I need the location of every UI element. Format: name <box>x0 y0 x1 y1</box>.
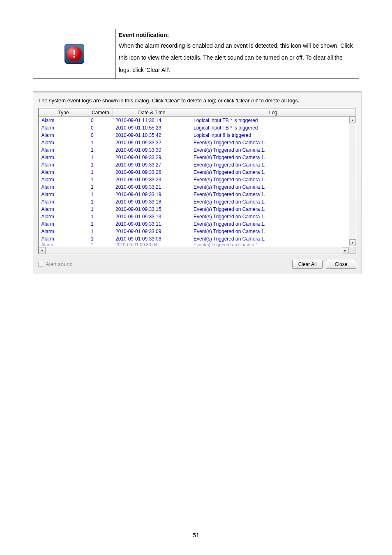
cell-datetime: 2010-09-01 09:33:06 <box>113 235 191 243</box>
checkbox-icon[interactable] <box>38 262 43 267</box>
column-header-datetime[interactable]: Date & Time <box>113 109 191 117</box>
cell-type: Alarm <box>39 117 88 124</box>
close-button[interactable]: Close <box>326 260 356 269</box>
cell-datetime: 2010-09-01 09:33:09 <box>113 228 191 235</box>
cell-type: Alarm <box>39 176 88 183</box>
cell-type: Alarm <box>39 146 88 154</box>
column-header-log[interactable]: Log <box>191 109 356 117</box>
table-row[interactable]: Alarm02010-09-01 10:35:42Logical input 8… <box>39 132 356 139</box>
cell-type: Alarm <box>39 228 88 235</box>
cell-type: Alarm <box>39 235 88 243</box>
cell-log: Event(s) Triggered on Camera 1. <box>191 213 356 220</box>
cell-log: Event(s) Triggered on Camera 1. <box>191 154 356 161</box>
cell-log: Event(s) Triggered on Camera 1. <box>191 183 356 191</box>
cell-type: Alarm <box>39 206 88 213</box>
cell-log: Logical input 8 is triggered <box>191 132 356 139</box>
cell-log: Event(s) Triggered on Camera 1. <box>191 161 356 169</box>
table-row[interactable]: Alarm12010-09-01 09:33:15Event(s) Trigge… <box>39 206 356 213</box>
column-header-type[interactable]: Type <box>39 109 88 117</box>
cell-datetime: 2010-09-01 10:55:23 <box>113 124 191 132</box>
table-row[interactable]: Alarm12010-09-01 09:33:32Event(s) Trigge… <box>39 139 356 146</box>
cell-log: Logical input TB * is triggered <box>191 124 356 132</box>
cell-camera: 1 <box>88 169 113 176</box>
horizontal-scrollbar[interactable]: ◄ ► <box>39 247 349 254</box>
cell-camera: 1 <box>88 235 113 243</box>
cell-type: Alarm <box>39 124 88 132</box>
cell-cutoff: 2010-09-01 09:33:04 <box>113 243 191 247</box>
event-log-dialog: The system event logs are shown in this … <box>33 91 362 274</box>
cell-datetime: 2010-09-01 09:33:32 <box>113 139 191 146</box>
scroll-left-icon[interactable]: ◄ <box>39 247 46 254</box>
scroll-up-icon[interactable]: ▲ <box>349 116 356 123</box>
cell-datetime: 2010-09-01 09:33:15 <box>113 206 191 213</box>
cell-datetime: 2010-09-01 09:33:21 <box>113 183 191 191</box>
table-row[interactable]: Alarm12010-09-01 09:33:26Event(s) Trigge… <box>39 169 356 176</box>
cell-log: Event(s) Triggered on Camera 1. <box>191 198 356 206</box>
table-row[interactable]: Alarm02010-09-01 10:55:23Logical input T… <box>39 124 356 132</box>
cell-log: Logical input TB * is triggered <box>191 117 356 124</box>
log-table-container: Type Camera Date & Time Log Alarm02010-0… <box>38 108 356 254</box>
cell-log: Event(s) Triggered on Camera 1. <box>191 220 356 228</box>
table-row[interactable]: Alarm12010-09-01 09:33:21Event(s) Trigge… <box>39 183 356 191</box>
cell-type: Alarm <box>39 161 88 169</box>
cell-cutoff: Alarm <box>39 243 88 247</box>
cell-type: Alarm <box>39 183 88 191</box>
cell-camera: 1 <box>88 146 113 154</box>
description-heading: Event notification: <box>119 32 355 38</box>
table-row[interactable]: Alarm12010-09-01 09:33:13Event(s) Trigge… <box>39 213 356 220</box>
cell-datetime: 2010-09-01 09:33:27 <box>113 161 191 169</box>
cell-type: Alarm <box>39 139 88 146</box>
cell-camera: 1 <box>88 191 113 198</box>
cell-datetime: 2010-09-01 09:33:30 <box>113 146 191 154</box>
cell-datetime: 2010-09-01 09:33:19 <box>113 191 191 198</box>
table-row[interactable]: Alarm02010-09-01 11:36:14Logical input T… <box>39 117 356 124</box>
cell-camera: 1 <box>88 161 113 169</box>
table-row[interactable]: Alarm12010-09-01 09:33:06Event(s) Trigge… <box>39 235 356 243</box>
cell-log: Event(s) Triggered on Camera 1. <box>191 176 356 183</box>
cell-camera: 1 <box>88 176 113 183</box>
cell-datetime: 2010-09-01 09:33:26 <box>113 169 191 176</box>
dialog-intro-text: The system event logs are shown in this … <box>38 97 356 104</box>
clear-all-button[interactable]: Clear All <box>292 260 323 269</box>
log-table: Type Camera Date & Time Log Alarm02010-0… <box>39 108 356 254</box>
cell-log: Event(s) Triggered on Camera 1. <box>191 169 356 176</box>
dialog-footer: Alert sound Clear All Close <box>38 260 356 269</box>
scroll-corner <box>349 247 356 254</box>
table-row[interactable]: Alarm12010-09-01 09:33:18Event(s) Trigge… <box>39 198 356 206</box>
cell-camera: 0 <box>88 117 113 124</box>
cell-type: Alarm <box>39 169 88 176</box>
table-row[interactable]: Alarm12010-09-01 09:33:27Event(s) Trigge… <box>39 161 356 169</box>
table-row[interactable]: Alarm12010-09-01 09:33:23Event(s) Trigge… <box>39 176 356 183</box>
cell-type: Alarm <box>39 191 88 198</box>
description-cell: Event notification: When the alarm recor… <box>115 29 359 79</box>
scroll-right-icon[interactable]: ► <box>342 247 349 254</box>
scroll-down-icon[interactable]: ▼ <box>349 239 356 246</box>
vertical-scrollbar[interactable]: ▲ ▼ <box>349 116 356 246</box>
cell-camera: 1 <box>88 220 113 228</box>
column-header-camera[interactable]: Camera <box>88 109 113 117</box>
cell-datetime: 2010-09-01 09:33:18 <box>113 198 191 206</box>
table-row[interactable]: Alarm12010-09-01 09:33:11Event(s) Trigge… <box>39 220 356 228</box>
table-row[interactable]: Alarm12010-09-01 09:33:29Event(s) Trigge… <box>39 154 356 161</box>
alert-sound-checkbox[interactable]: Alert sound <box>38 261 73 267</box>
cell-camera: 1 <box>88 154 113 161</box>
table-row[interactable]: Alarm12010-09-01 09:33:09Event(s) Trigge… <box>39 228 356 235</box>
cell-type: Alarm <box>39 220 88 228</box>
description-body: When the alarm recording is enabled and … <box>119 40 355 76</box>
cell-camera: 1 <box>88 213 113 220</box>
cell-camera: 1 <box>88 206 113 213</box>
cell-log: Event(s) Triggered on Camera 1. <box>191 191 356 198</box>
table-row[interactable]: Alarm12010-09-01 09:33:19Event(s) Trigge… <box>39 191 356 198</box>
cell-log: Event(s) Triggered on Camera 1. <box>191 228 356 235</box>
cell-datetime: 2010-09-01 09:33:13 <box>113 213 191 220</box>
cell-datetime: 2010-09-01 09:33:23 <box>113 176 191 183</box>
cell-datetime: 2010-09-01 11:36:14 <box>113 117 191 124</box>
cell-camera: 0 <box>88 124 113 132</box>
cell-log: Event(s) Triggered on Camera 1. <box>191 206 356 213</box>
cell-cutoff: Event(s) Triggered on Camera 1. <box>191 243 356 247</box>
event-notification-icon: ! <box>65 44 84 64</box>
cell-type: Alarm <box>39 154 88 161</box>
cell-datetime: 2010-09-01 10:35:42 <box>113 132 191 139</box>
cell-camera: 1 <box>88 183 113 191</box>
table-row[interactable]: Alarm12010-09-01 09:33:30Event(s) Trigge… <box>39 146 356 154</box>
